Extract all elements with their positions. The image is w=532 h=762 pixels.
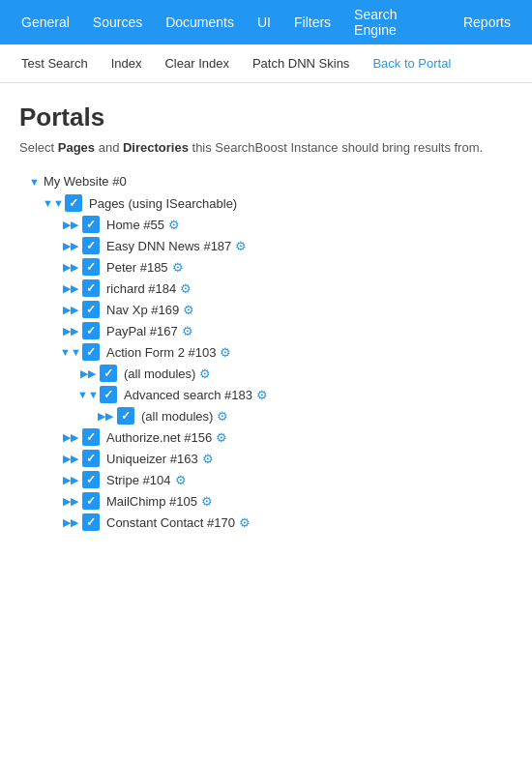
- row-expand-icon[interactable]: ▶: [64, 239, 77, 252]
- row-expand-icon[interactable]: ▶: [64, 430, 77, 444]
- row-expand-icon[interactable]: ▶: [64, 324, 77, 337]
- top-nav-item-sources[interactable]: Sources: [81, 0, 154, 44]
- sub-nav-item-clear-index[interactable]: Clear Index: [153, 44, 240, 83]
- tree-row: ▶ (all modules) ⚙: [19, 405, 513, 426]
- row-checkbox[interactable]: [82, 513, 100, 531]
- row-checkbox[interactable]: [82, 471, 100, 488]
- row-expand-icon[interactable]: ▶: [64, 452, 77, 465]
- row-label: PayPal #167: [106, 324, 178, 338]
- sub-nav-item-back-to-portal[interactable]: Back to Portal: [361, 44, 462, 83]
- content-area: Portals Select Pages and Directories thi…: [0, 83, 532, 552]
- row-label: MailChimp #105: [106, 494, 197, 509]
- tree-row: ▼ Action Form 2 #103 ⚙: [19, 341, 513, 363]
- gear-icon[interactable]: ⚙: [199, 366, 211, 381]
- sub-nav: Test SearchIndexClear IndexPatch DNN Ski…: [0, 44, 532, 83]
- row-expand-icon[interactable]: ▶: [64, 260, 77, 274]
- tree-row: ▶ Stripe #104 ⚙: [19, 469, 513, 490]
- portal-tree: ▼ My Website #0 ▼ Pages (using ISearchab…: [19, 170, 513, 533]
- row-label: (all modules): [124, 366, 195, 381]
- sub-nav-item-test-search[interactable]: Test Search: [10, 44, 100, 83]
- top-nav-item-search-engine[interactable]: Search Engine: [342, 0, 452, 44]
- row-label: richard #184: [106, 281, 176, 296]
- top-nav-item-reports[interactable]: Reports: [452, 0, 522, 44]
- tree-row: ▶ MailChimp #105 ⚙: [19, 490, 513, 512]
- row-checkbox[interactable]: [82, 343, 100, 361]
- row-label: (all modules): [141, 409, 213, 424]
- row-expand-icon[interactable]: ▶: [64, 473, 77, 486]
- row-checkbox[interactable]: [117, 407, 134, 425]
- tree-row: ▶ Peter #185 ⚙: [19, 256, 513, 278]
- pages-expand-icon[interactable]: ▼: [46, 196, 60, 210]
- row-checkbox[interactable]: [82, 492, 100, 510]
- row-label: Constant Contact #170: [106, 515, 235, 530]
- row-label: Advanced search #183: [124, 388, 252, 402]
- row-label: Authorize.net #156: [106, 430, 212, 445]
- tree-row: ▶ Uniqueizer #163 ⚙: [19, 448, 513, 469]
- row-label: Home #55: [106, 218, 164, 232]
- gear-icon[interactable]: ⚙: [235, 239, 247, 253]
- top-nav-item-documents[interactable]: Documents: [154, 0, 246, 44]
- tree-row: ▼ Advanced search #183 ⚙: [19, 384, 513, 405]
- gear-icon[interactable]: ⚙: [182, 324, 193, 338]
- row-label: Easy DNN News #187: [106, 239, 231, 253]
- row-checkbox[interactable]: [82, 279, 100, 297]
- gear-icon[interactable]: ⚙: [172, 260, 184, 275]
- row-expand-icon[interactable]: ▶: [64, 515, 77, 529]
- tree-row: ▶ (all modules) ⚙: [19, 363, 513, 384]
- sub-nav-item-index[interactable]: Index: [100, 44, 154, 83]
- row-expand-icon[interactable]: ▼: [81, 388, 95, 401]
- row-expand-icon[interactable]: ▶: [81, 366, 95, 380]
- row-label: Action Form 2 #103: [106, 345, 216, 360]
- row-expand-icon[interactable]: ▶: [99, 409, 112, 423]
- gear-icon[interactable]: ⚙: [217, 409, 228, 424]
- gear-icon[interactable]: ⚙: [183, 303, 194, 317]
- row-label: Peter #185: [106, 260, 168, 275]
- pages-section-header: ▼ Pages (using ISearchable): [46, 192, 513, 214]
- tree-row: ▶ Authorize.net #156 ⚙: [19, 426, 513, 448]
- top-nav: GeneralSourcesDocumentsUIFiltersSearch E…: [0, 0, 532, 44]
- top-nav-item-general[interactable]: General: [10, 0, 81, 44]
- gear-icon[interactable]: ⚙: [180, 281, 192, 296]
- page-description: Select Pages and Directories this Search…: [19, 140, 513, 155]
- row-checkbox[interactable]: [82, 450, 100, 467]
- gear-icon[interactable]: ⚙: [256, 388, 268, 402]
- top-nav-item-filters[interactable]: Filters: [282, 0, 342, 44]
- page-title: Portals: [19, 103, 513, 132]
- row-expand-icon[interactable]: ▶: [64, 303, 77, 316]
- tree-row: ▶ Constant Contact #170 ⚙: [19, 512, 513, 533]
- pages-section: ▼ Pages (using ISearchable): [19, 192, 513, 214]
- row-label: Stripe #104: [106, 473, 171, 487]
- gear-icon[interactable]: ⚙: [220, 345, 231, 360]
- sub-nav-item-patch-dnn-skins[interactable]: Patch DNN Skins: [241, 44, 361, 83]
- gear-icon[interactable]: ⚙: [216, 430, 227, 445]
- portal-header[interactable]: ▼ My Website #0: [19, 170, 513, 192]
- row-expand-icon[interactable]: ▶: [64, 281, 77, 295]
- tree-row: ▶ Easy DNN News #187 ⚙: [19, 235, 513, 256]
- tree-row: ▶ Nav Xp #169 ⚙: [19, 299, 513, 320]
- top-nav-item-ui[interactable]: UI: [246, 0, 282, 44]
- row-checkbox[interactable]: [82, 216, 100, 233]
- tree-row: ▶ PayPal #167 ⚙: [19, 320, 513, 341]
- tree-row: ▶ Home #55 ⚙: [19, 214, 513, 235]
- row-expand-icon[interactable]: ▼: [64, 345, 77, 359]
- pages-label: Pages (using ISearchable): [89, 196, 237, 211]
- portal-name: My Website #0: [44, 174, 127, 189]
- row-checkbox[interactable]: [82, 237, 100, 254]
- row-checkbox[interactable]: [82, 322, 100, 339]
- gear-icon[interactable]: ⚙: [239, 515, 251, 530]
- pages-checkbox[interactable]: [65, 194, 82, 212]
- gear-icon[interactable]: ⚙: [202, 452, 214, 466]
- row-expand-icon[interactable]: ▶: [64, 218, 77, 231]
- row-checkbox[interactable]: [82, 428, 100, 446]
- row-checkbox[interactable]: [100, 365, 117, 382]
- gear-icon[interactable]: ⚙: [201, 494, 213, 509]
- gear-icon[interactable]: ⚙: [168, 218, 180, 232]
- tree-row: ▶ richard #184 ⚙: [19, 278, 513, 299]
- row-checkbox[interactable]: [82, 301, 100, 318]
- row-label: Uniqueizer #163: [106, 452, 198, 466]
- row-checkbox[interactable]: [100, 386, 117, 403]
- row-checkbox[interactable]: [82, 258, 100, 276]
- row-expand-icon[interactable]: ▶: [64, 494, 77, 508]
- portal-expand-icon[interactable]: ▼: [29, 176, 40, 188]
- gear-icon[interactable]: ⚙: [175, 473, 187, 487]
